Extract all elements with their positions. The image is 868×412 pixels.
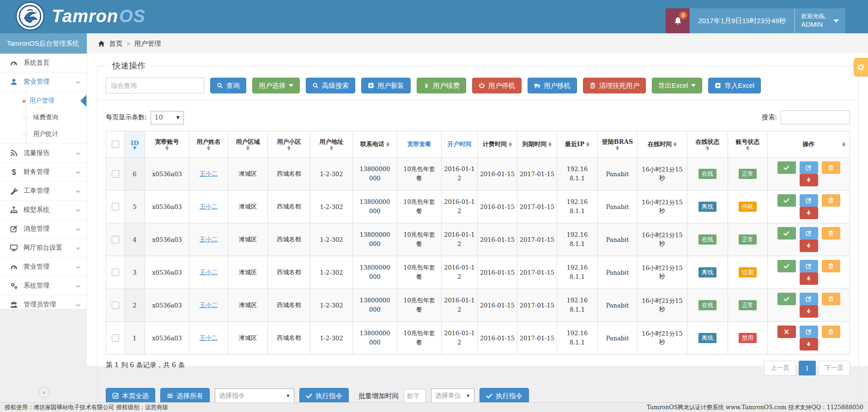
execute-batch-button[interactable]: 执行指令	[480, 388, 529, 404]
user-menu[interactable]: 欢迎光临, ADMIN	[795, 8, 845, 33]
delete-button[interactable]	[822, 161, 840, 174]
pagination-prev[interactable]: 上一页	[764, 361, 796, 375]
column-header-address[interactable]: 用户地址▲▼	[310, 131, 353, 158]
quick-button-1[interactable]: 用户选择	[252, 78, 300, 93]
approve-button[interactable]	[777, 227, 796, 240]
column-header-phone[interactable]: 联系电话▲▼	[353, 131, 397, 158]
column-header-select[interactable]	[106, 131, 125, 158]
column-header-account_status[interactable]: 账号状态▲▼	[728, 131, 768, 158]
notifications-button[interactable]: 8	[666, 8, 690, 33]
delete-button[interactable]	[822, 260, 840, 272]
breadcrumb-home[interactable]: 首页	[109, 39, 122, 48]
sidebar-subitem-1[interactable]: 续费查询	[0, 109, 86, 126]
select-all-checkbox[interactable]	[112, 141, 119, 148]
cell-phone: 13800000000	[353, 158, 397, 191]
pagination-page-1[interactable]: 1	[799, 361, 816, 375]
column-header-plan[interactable]: 宽带套餐	[397, 131, 442, 158]
quick-button-6[interactable]: 用户移机	[528, 78, 577, 93]
user-name-link[interactable]: 王小二	[200, 170, 218, 177]
edit-button[interactable]	[800, 227, 818, 240]
quick-button-4[interactable]: ¥用户续费	[417, 78, 466, 93]
column-header-bras[interactable]: 登陆BRAS▲▼	[598, 131, 637, 158]
quick-button-2[interactable]: 高级搜索	[306, 78, 355, 93]
quick-button-8[interactable]: 导出Excel	[652, 78, 702, 93]
column-header-region[interactable]: 用户区域▲▼	[228, 131, 268, 158]
row-checkbox[interactable]	[112, 236, 119, 243]
row-checkbox[interactable]	[112, 269, 119, 276]
table-search-input[interactable]	[781, 111, 850, 124]
row-checkbox[interactable]	[112, 203, 119, 210]
cell-phone: 13800000000	[353, 289, 397, 322]
sidebar-item-10[interactable]: 管理员管理	[0, 295, 86, 314]
quick-button-0[interactable]: 查询	[210, 78, 246, 93]
gear-icon	[856, 63, 865, 72]
edit-button[interactable]	[800, 260, 818, 272]
column-header-expire_date[interactable]: 到期时间▲▼	[517, 131, 557, 158]
column-header-open_date[interactable]: 开户时间	[442, 131, 478, 158]
download-button[interactable]	[800, 338, 818, 351]
batch-number-input[interactable]	[404, 389, 426, 403]
delete-button[interactable]	[822, 227, 840, 240]
quick-button-3[interactable]: 用户新装	[361, 78, 411, 93]
column-header-online_status[interactable]: 在线状态▲▼	[687, 131, 728, 158]
sidebar-item-8[interactable]: 营业管理	[0, 258, 86, 277]
per-page-select[interactable]: 10▼	[151, 111, 184, 124]
command-select[interactable]: 选择指令▼	[215, 388, 294, 403]
deny-button[interactable]	[777, 326, 796, 338]
column-header-community[interactable]: 用户小区▲▼	[268, 131, 310, 158]
edit-button[interactable]	[800, 326, 818, 338]
approve-button[interactable]	[777, 260, 796, 272]
execute-command-button[interactable]: 执行指令	[299, 388, 349, 404]
user-name-link[interactable]: 王小二	[200, 301, 218, 308]
quick-button-5[interactable]: 用户停机	[472, 78, 522, 93]
delete-button[interactable]	[822, 326, 840, 338]
delete-button[interactable]	[822, 194, 840, 207]
sidebar-item-4[interactable]: 工单管理	[0, 182, 86, 201]
edit-button[interactable]	[800, 161, 818, 174]
column-header-ip[interactable]: 最近IP▲▼	[557, 131, 598, 158]
edit-button[interactable]	[800, 293, 818, 305]
row-checkbox[interactable]	[112, 334, 119, 342]
user-name-link[interactable]: 王小二	[200, 269, 218, 276]
unit-select[interactable]: 选择单位▼	[431, 388, 474, 403]
row-checkbox[interactable]	[112, 170, 119, 178]
edit-button[interactable]	[800, 194, 818, 207]
combined-search-input[interactable]	[106, 78, 204, 93]
download-button[interactable]	[800, 272, 818, 285]
user-name-link[interactable]: 王小二	[200, 236, 218, 243]
column-header-account[interactable]: 宽带账号▲▼	[145, 131, 189, 158]
sidebar-item-3[interactable]: $财务管理	[0, 163, 86, 182]
download-button[interactable]	[800, 174, 818, 186]
sidebar-subitem-0[interactable]: »用户管理	[0, 92, 86, 109]
sidebar-item-5[interactable]: 模型系统	[0, 201, 86, 220]
quick-button-9[interactable]: 导入Excel	[708, 78, 760, 93]
select-all-button[interactable]: 选择所有	[160, 388, 210, 404]
approve-button[interactable]	[777, 194, 796, 207]
delete-button[interactable]	[822, 293, 840, 305]
download-button[interactable]	[800, 207, 818, 219]
settings-gear-button[interactable]	[854, 58, 868, 76]
download-button[interactable]	[800, 240, 818, 252]
pagination-next[interactable]: 下一页	[819, 361, 850, 375]
approve-button[interactable]	[777, 161, 796, 174]
column-header-actions[interactable]: 操作▲▼	[768, 131, 850, 158]
select-page-button[interactable]: 本页全选	[106, 388, 155, 404]
row-checkbox[interactable]	[112, 301, 119, 309]
quick-button-7[interactable]: 清理挂死用户	[583, 78, 646, 93]
sidebar-collapse-button[interactable]: «	[38, 387, 50, 398]
sidebar-item-1[interactable]: 营业管理	[0, 73, 86, 92]
sidebar-subitem-2[interactable]: 用户统计	[0, 126, 86, 142]
sidebar-item-0[interactable]: 系统首页	[0, 54, 86, 73]
download-button[interactable]	[800, 305, 818, 318]
column-header-name[interactable]: 用户姓名▲▼	[189, 131, 228, 158]
column-header-billing_date[interactable]: 计费时间▲▼	[478, 131, 517, 158]
column-header-online_time[interactable]: 在线时间▲▼	[637, 131, 687, 158]
sidebar-item-6[interactable]: 消息管理	[0, 220, 86, 239]
user-name-link[interactable]: 王小二	[200, 334, 218, 341]
column-header-id[interactable]: ID▼	[125, 131, 145, 158]
user-name-link[interactable]: 王小二	[200, 203, 218, 210]
sidebar-item-9[interactable]: 系统管理	[0, 277, 86, 295]
sidebar-item-7[interactable]: 网厅前台设置	[0, 239, 86, 258]
approve-button[interactable]	[777, 293, 796, 305]
sidebar-item-2[interactable]: 流量报告	[0, 144, 86, 163]
